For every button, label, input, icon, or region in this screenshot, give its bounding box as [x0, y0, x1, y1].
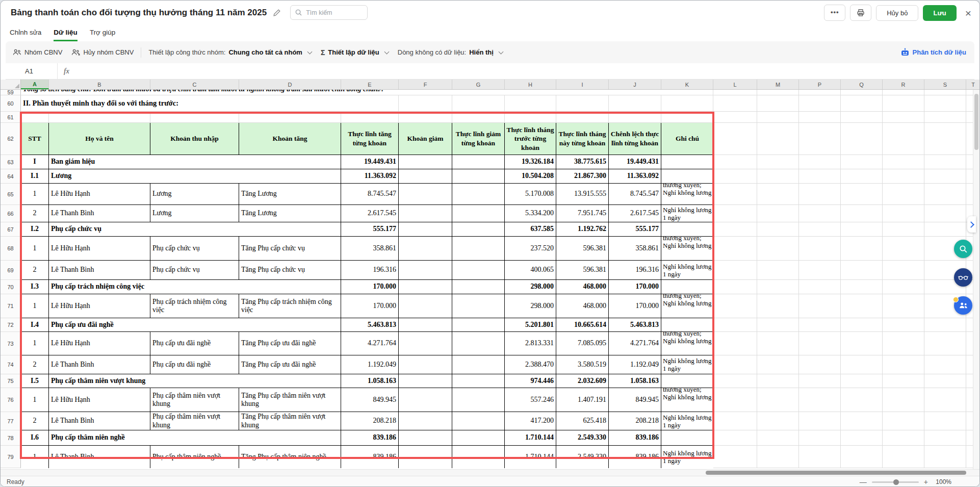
grid-cell[interactable] — [713, 332, 757, 355]
grid-cell[interactable]: 7.085.095 — [556, 332, 609, 355]
grid-cell[interactable] — [399, 388, 452, 412]
grid-cell[interactable]: Phụ cấp thâm niên nghề — [49, 430, 341, 446]
col-header-T[interactable]: T — [966, 80, 980, 89]
grid-cell[interactable] — [757, 446, 799, 468]
grid-cell[interactable] — [661, 222, 713, 237]
grid-cell[interactable]: 5.463.813 — [609, 318, 661, 332]
horizontal-scrollbar-thumb[interactable] — [706, 471, 966, 475]
grid-cell[interactable]: thường xuyên; Nghỉ không lương — [661, 388, 713, 412]
zoom-slider-thumb[interactable] — [893, 479, 899, 485]
grid-cell[interactable] — [452, 332, 505, 355]
grid-cell[interactable]: I.1 — [21, 169, 49, 184]
empty-rows-dropdown[interactable]: Dòng không có dữ liệu: Hiển thị — [398, 48, 503, 56]
grid-cell[interactable]: 839.186 — [341, 446, 399, 468]
grid-cell[interactable] — [452, 318, 505, 332]
grid-cell[interactable]: 19.449.431 — [341, 155, 399, 169]
grid-cell[interactable] — [661, 374, 713, 388]
grid-cell[interactable] — [757, 222, 799, 237]
row-header-61[interactable]: 61 — [1, 112, 21, 123]
grid-cell[interactable] — [924, 222, 966, 237]
select-all-corner[interactable] — [1, 80, 21, 89]
grid-cell[interactable] — [799, 237, 841, 261]
grid-cell[interactable]: Nghỉ không lương 1 ngày — [661, 205, 713, 222]
grid-cell[interactable] — [713, 430, 757, 446]
grid-cell[interactable]: 5.201.801 — [505, 318, 556, 332]
grid-cell[interactable]: Tăng Phụ cấp chức vụ — [239, 237, 341, 261]
grid-cell[interactable]: 10.504.208 — [505, 169, 556, 184]
grid-cell[interactable]: Phụ cấp chức vụ — [150, 237, 239, 261]
grid-cell[interactable]: 8.745.547 — [341, 184, 399, 205]
grid-cell[interactable] — [661, 280, 713, 294]
grid-cell[interactable]: Phụ cấp thâm niên vượt khung — [150, 412, 239, 430]
grid-cell[interactable] — [661, 430, 713, 446]
grid-cell[interactable] — [841, 388, 883, 412]
grid-cell[interactable] — [799, 294, 841, 318]
grid-cell[interactable] — [556, 112, 609, 123]
grid-cell[interactable] — [399, 261, 452, 280]
grid-cell[interactable] — [799, 222, 841, 237]
more-options-button[interactable]: ••• — [824, 5, 845, 21]
grid-cell[interactable]: 2.617.545 — [341, 205, 399, 222]
grid-cell[interactable]: Phụ cấp thâm niên vượt khung — [150, 388, 239, 412]
grid-cell[interactable] — [713, 280, 757, 294]
grid-cell[interactable]: Phụ cấp chức vụ — [49, 222, 341, 237]
grid-cell[interactable]: 2.032.609 — [556, 374, 609, 388]
grid-cell[interactable]: 13.915.555 — [556, 184, 609, 205]
grid-cell[interactable]: 358.861 — [609, 237, 661, 261]
col-header-M[interactable]: M — [757, 80, 799, 89]
edit-title-icon[interactable] — [273, 9, 281, 17]
assistant-search-button[interactable] — [954, 240, 972, 258]
table-header-cell[interactable]: Thực lĩnh tháng trước từng khoản — [505, 123, 556, 155]
grid-cell[interactable] — [757, 412, 799, 430]
grid-cell[interactable]: Tăng Phụ cấp ưu đãi nghề — [239, 332, 341, 355]
col-header-E[interactable]: E — [341, 80, 399, 89]
grid-cell[interactable]: 400.065 — [505, 261, 556, 280]
col-header-A[interactable]: A — [21, 80, 49, 89]
grid-cell[interactable] — [841, 205, 883, 222]
grid-cell[interactable] — [841, 261, 883, 280]
close-icon[interactable]: × — [965, 8, 971, 18]
grid-cell[interactable] — [452, 412, 505, 430]
grid-cell[interactable]: 19.326.184 — [505, 155, 556, 169]
grid-cell[interactable] — [399, 95, 452, 112]
tab-tro-giup[interactable]: Trợ giúp — [90, 29, 115, 41]
grid-cell[interactable] — [799, 446, 841, 468]
grid-cell[interactable] — [399, 280, 452, 294]
grid-cell[interactable] — [883, 155, 924, 169]
grid-cell[interactable] — [924, 374, 966, 388]
grid-cell[interactable] — [399, 294, 452, 318]
grid-cell[interactable] — [452, 184, 505, 205]
grid-cell[interactable]: Lê Thanh Bình — [49, 261, 150, 280]
search-input[interactable] — [305, 9, 358, 17]
grid-cell[interactable]: 2.617.545 — [609, 205, 661, 222]
grid-cell[interactable]: 11.363.092 — [341, 169, 399, 184]
grid-cell[interactable]: thường xuyên; Nghỉ không lương — [661, 237, 713, 261]
grid-cell[interactable] — [883, 95, 924, 112]
grid-cell[interactable]: I.4 — [21, 318, 49, 332]
grid-cell[interactable]: 596.381 — [556, 237, 609, 261]
grid-cell[interactable]: Nghỉ không lương 1 ngày — [661, 261, 713, 280]
table-header-cell[interactable]: Khoản tăng — [239, 123, 341, 155]
grid-cell[interactable] — [883, 318, 924, 332]
grid-cell[interactable] — [452, 294, 505, 318]
grid-cell[interactable] — [713, 155, 757, 169]
grid-cell[interactable]: Lê Hữu Hạnh — [49, 294, 150, 318]
grid-cell[interactable] — [713, 318, 757, 332]
grid-cell[interactable]: 1.058.163 — [341, 374, 399, 388]
grid-cell[interactable]: 839.186 — [609, 446, 661, 468]
grid-cell[interactable] — [841, 374, 883, 388]
row-header-64[interactable]: 64 — [1, 169, 21, 184]
row-header-63[interactable]: 63 — [1, 155, 21, 169]
grid-cell[interactable] — [661, 112, 713, 123]
grid-cell[interactable]: Phụ cấp thâm niên nghề — [150, 446, 239, 468]
grid-cell[interactable]: 19.449.431 — [609, 155, 661, 169]
grid-cell[interactable] — [399, 205, 452, 222]
grid-cell[interactable]: 170.000 — [341, 294, 399, 318]
grid-cell[interactable]: Nghỉ không lương 1 ngày — [661, 412, 713, 430]
grid-cell[interactable]: Phụ cấp trách nhiệm công việc — [150, 294, 239, 318]
col-header-J[interactable]: J — [609, 80, 661, 89]
grid-cell[interactable] — [924, 169, 966, 184]
col-header-F[interactable]: F — [399, 80, 452, 89]
grid-cell[interactable]: 1.710.144 — [505, 430, 556, 446]
grid-cell[interactable] — [757, 184, 799, 205]
